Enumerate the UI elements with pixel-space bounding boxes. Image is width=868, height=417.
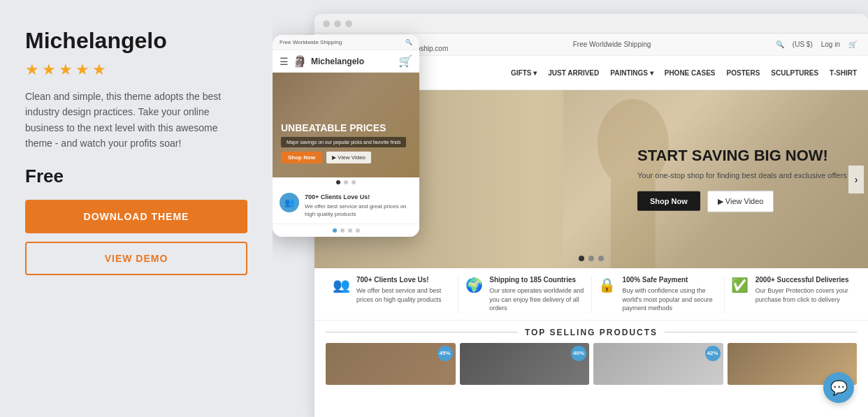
nav-links: GIFTS ▾ JUST ARRIVED PAINTINGS ▾ PHONE C…: [511, 69, 857, 77]
mobile-bottom-dot-4[interactable]: [356, 228, 360, 233]
browser-bar: [314, 14, 868, 34]
nav-just-arrived[interactable]: JUST ARRIVED: [548, 69, 599, 77]
download-theme-button[interactable]: DOWNLOAD THEME: [25, 200, 247, 233]
clients-text: 700+ Clients Love Us! We offer best serv…: [356, 275, 452, 304]
theme-title: Michelangelo: [25, 28, 247, 54]
mobile-cart-icon[interactable]: 🛒: [398, 54, 412, 68]
hero-dots: [579, 256, 604, 261]
shipping-text: Free Worldwide Shipping: [573, 41, 651, 48]
deliveries-desc: Our Buyer Protection covers your purchas…: [755, 286, 851, 304]
payment-text: 100% Safe Payment Buy with confidence us…: [623, 275, 718, 313]
clients-desc: We offer best service and best prices on…: [356, 286, 452, 304]
discount-badge-1: 45%: [437, 346, 453, 361]
search-icon[interactable]: 🔍: [776, 41, 784, 48]
mobile-mockup: Free Worldwide Shipping 🔍 ☰ 🗿 Michelange…: [273, 35, 419, 237]
price-label: Free: [25, 166, 247, 187]
mobile-dot-2[interactable]: [344, 180, 348, 184]
shipping-desc: Our store operates worldwide and you can…: [489, 286, 585, 313]
payment-icon: 🔒: [598, 275, 617, 295]
mobile-nav: ☰ 🗿 Michelangelo 🛒: [273, 50, 419, 73]
mobile-dot-1[interactable]: [336, 180, 340, 184]
star-rating: ★ ★ ★ ★ ★: [25, 61, 247, 79]
star-1: ★: [25, 61, 39, 79]
mobile-feature-title: 700+ Clients Love Us!: [305, 193, 412, 202]
discount-badge-3: 42%: [705, 346, 721, 361]
mobile-dot-3[interactable]: [352, 180, 356, 184]
cart-icon[interactable]: 🛒: [848, 41, 857, 48]
deliveries-icon: ✅: [730, 275, 750, 295]
products-row: 45% 40% 42%: [326, 343, 857, 385]
star-2: ★: [42, 61, 56, 79]
mobile-view-video-button[interactable]: ▶ View Video: [326, 152, 371, 163]
nav-phone-cases[interactable]: PHONE CASES: [665, 69, 716, 77]
shop-now-button[interactable]: Shop Now: [637, 191, 700, 211]
clients-title: 700+ Clients Love Us!: [356, 275, 452, 285]
browser-dot-green: [345, 20, 352, 27]
hero-dot-2[interactable]: [588, 256, 594, 261]
feature-payment: 🔒 100% Safe Payment Buy with confidence …: [592, 275, 725, 313]
payment-desc: Buy with confidence using the world's mo…: [623, 286, 718, 313]
product-card-1[interactable]: 45%: [326, 343, 456, 385]
mobile-search-icon[interactable]: 🔍: [405, 39, 412, 45]
feature-clients: 👥 700+ Clients Love Us! We offer best se…: [326, 275, 458, 313]
mobile-feature-icon: 👥: [280, 193, 299, 212]
view-video-button[interactable]: ▶ View Video: [707, 191, 774, 212]
mobile-hero-desc: Major savings on our popular picks and f…: [281, 137, 406, 147]
top-selling-section: TOP SELLING PRODUCTS 45% 40% 42%: [314, 321, 868, 385]
deliveries-text: 2000+ Successful Deliveries Our Buyer Pr…: [755, 275, 851, 304]
mobile-shipping-text: Free Worldwide Shipping: [280, 39, 342, 45]
discount-badge-2: 40%: [571, 346, 586, 361]
mobile-feature: 👥 700+ Clients Love Us! We offer best se…: [273, 187, 419, 224]
product-card-3[interactable]: 42%: [593, 343, 723, 385]
nav-sculptures[interactable]: SCULPTURES: [771, 69, 818, 77]
feature-shipping: 🌍 Shipping to 185 Countries Our store op…: [458, 275, 591, 313]
nav-tshirt[interactable]: T-SHIRT: [830, 69, 857, 77]
mobile-feature-text: 700+ Clients Love Us! We offer best serv…: [305, 193, 412, 218]
hero-subtitle: Your one-stop shop for finding best deal…: [637, 170, 847, 180]
hero-dot-1[interactable]: [579, 256, 584, 261]
star-5: ★: [92, 61, 106, 79]
features-bar: 👥 700+ Clients Love Us! We offer best se…: [314, 268, 868, 321]
mobile-feature-desc: We offer best service and great prices o…: [305, 203, 412, 218]
feature-deliveries: ✅ 2000+ Successful Deliveries Our Buyer …: [725, 275, 857, 313]
mobile-hero-dots: [273, 177, 419, 187]
nav-gifts[interactable]: GIFTS ▾: [511, 69, 537, 77]
mobile-shop-now-button[interactable]: Shop Now: [281, 152, 322, 163]
right-panel: 1 (111) 111 11 11 support@michelangelo.a…: [273, 0, 868, 417]
hamburger-icon[interactable]: ☰: [280, 56, 289, 67]
nav-paintings[interactable]: PAINTINGS ▾: [610, 69, 653, 77]
currency-selector[interactable]: (US $): [793, 41, 813, 48]
mobile-logo-icon: 🗿: [293, 54, 307, 68]
star-4: ★: [75, 61, 89, 79]
hero-title: START SAVING BIG NOW!: [637, 146, 847, 164]
mobile-bottom-dot-2[interactable]: [340, 228, 345, 233]
theme-description: Clean and simple, this theme adopts the …: [25, 89, 247, 152]
view-demo-button[interactable]: VIEW DEMO: [25, 242, 247, 275]
star-3: ★: [59, 61, 73, 79]
mobile-hero-text: UNBEATABLE PRICES Major savings on our p…: [281, 122, 406, 163]
mobile-bottom-dot-1[interactable]: [333, 228, 337, 233]
hero-buttons: Shop Now ▶ View Video: [637, 191, 847, 212]
browser-dot-yellow: [334, 20, 341, 27]
chat-button[interactable]: 💬: [823, 372, 854, 403]
mobile-hero: UNBEATABLE PRICES Major savings on our p…: [273, 73, 419, 177]
mobile-bottom-dot-3[interactable]: [348, 228, 352, 233]
chat-icon: 💬: [830, 379, 848, 396]
product-card-2[interactable]: 40%: [460, 343, 590, 385]
mobile-topbar: Free Worldwide Shipping 🔍: [273, 35, 419, 50]
login-link[interactable]: Log in: [821, 41, 840, 48]
payment-title: 100% Safe Payment: [623, 275, 718, 285]
shipping-icon: 🌍: [464, 275, 484, 295]
mobile-logo-text: Michelangelo: [311, 57, 394, 66]
mobile-hero-title: UNBEATABLE PRICES: [281, 122, 406, 134]
left-panel: Michelangelo ★ ★ ★ ★ ★ Clean and simple,…: [0, 0, 273, 417]
shipping-title: Shipping to 185 Countries: [489, 275, 585, 285]
hero-dot-3[interactable]: [598, 256, 604, 261]
hero-next-arrow[interactable]: ›: [848, 166, 864, 193]
deliveries-title: 2000+ Successful Deliveries: [755, 275, 851, 285]
nav-posters[interactable]: POSTERS: [727, 69, 760, 77]
topbar-right: 🔍 (US $) Log in 🛒: [776, 41, 857, 48]
hero-content: START SAVING BIG NOW! Your one-stop shop…: [637, 146, 847, 212]
mobile-hero-buttons: Shop Now ▶ View Video: [281, 152, 406, 163]
browser-dot-red: [323, 20, 330, 27]
